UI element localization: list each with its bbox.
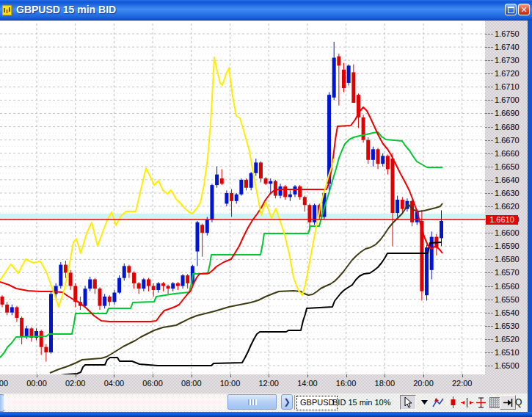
price-tick-mark — [485, 60, 493, 61]
price-tick-mark — [485, 127, 493, 128]
price-tick-label: 1.6660 — [495, 149, 520, 158]
price-tick-mark — [485, 313, 493, 313]
candlestick-chart — [0, 21, 485, 374]
price-tick-mark — [485, 300, 493, 300]
price-tick-mark — [485, 272, 493, 273]
pointer-tool-button[interactable] — [400, 395, 416, 410]
scrollbar-thumb[interactable] — [227, 394, 277, 410]
window-title: GBPUSD 15 min BID — [16, 4, 116, 15]
price-tick-mark — [485, 180, 493, 181]
time-tick-mark — [230, 374, 231, 377]
time-tick-label: 14:00 — [297, 379, 318, 388]
time-tick-mark — [385, 374, 385, 377]
time-tick-label: 18:00 — [375, 379, 396, 388]
price-tick-label: 1.6560 — [495, 282, 520, 291]
symbol-box[interactable]: GBPUSD — [296, 396, 338, 410]
time-tick-label: 00:00 — [26, 379, 47, 388]
time-tick-mark — [462, 374, 463, 377]
price-tick-mark — [485, 100, 493, 101]
price-tick-label: 1.6690 — [495, 109, 520, 117]
chart-plot-area[interactable] — [0, 21, 485, 374]
time-tick-mark — [37, 374, 37, 377]
price-tick-mark — [485, 140, 493, 141]
price-tick-label: 1.6700 — [495, 95, 520, 104]
price-tick-mark — [485, 206, 493, 207]
price-tick-label: 1.6500 — [495, 361, 520, 370]
goto-end-button[interactable] — [500, 395, 516, 410]
trendline-tool-button[interactable] — [430, 395, 446, 410]
cross-cursor-tool-icon — [475, 397, 487, 408]
restore-button[interactable] — [505, 4, 517, 15]
time-tick-label: 16:00 — [336, 379, 357, 388]
time-tick-mark — [192, 374, 192, 377]
time-tick-label: 20:00 — [413, 379, 434, 388]
price-tick-mark — [485, 73, 493, 74]
price-tick-mark — [485, 366, 493, 366]
price-tick-label: 1.6530 — [495, 322, 520, 330]
price-tick-label: 1.6730 — [495, 56, 520, 65]
price-tick-mark — [485, 193, 493, 194]
price-axis[interactable]: 1.67501.67401.67301.67201.67101.67001.66… — [485, 21, 528, 374]
pointer-tool-icon — [404, 397, 413, 408]
dropdown-arrow-icon — [421, 400, 428, 405]
price-tick-mark — [485, 286, 493, 287]
price-tick-label: 1.6680 — [495, 123, 520, 131]
price-tick-mark — [485, 113, 493, 114]
price-tick-mark — [485, 167, 493, 167]
time-tick-mark — [269, 374, 269, 377]
time-tick-mark — [346, 374, 347, 377]
price-tick-label: 1.6740 — [495, 43, 520, 51]
price-tick-label: 1.6710 — [495, 82, 520, 91]
price-tick-label: 1.6750 — [495, 29, 520, 38]
price-tick-label: 1.6630 — [495, 189, 520, 197]
time-tick-mark — [114, 374, 114, 377]
window-border-bottom — [0, 412, 532, 417]
time-tick-mark — [423, 374, 424, 377]
close-button[interactable]: ✕ — [518, 4, 530, 15]
time-tick-label: 06:00 — [142, 379, 163, 388]
time-tick-mark — [153, 374, 153, 377]
time-tick-label: 12:00 — [258, 379, 279, 388]
price-tick-label: 1.6570 — [495, 268, 520, 277]
price-tick-mark — [485, 34, 493, 35]
scrollbar-right-arrow[interactable]: ❯ — [281, 394, 293, 410]
time-tick-label: 22:00 — [452, 379, 473, 388]
current-price-label: 1.6610 — [486, 215, 518, 225]
price-tick-mark — [485, 246, 493, 247]
price-tick-mark — [485, 352, 493, 353]
price-tick-label: 1.6620 — [495, 202, 520, 211]
price-tick-label: 1.6640 — [495, 175, 520, 184]
price-tick-mark — [485, 259, 493, 260]
price-tick-mark — [485, 153, 493, 154]
price-tick-mark — [485, 87, 493, 87]
candlestick-tool-icon — [450, 396, 456, 408]
price-tick-label: 1.6550 — [495, 295, 520, 304]
window-border-right — [528, 21, 532, 412]
close-icon: ✕ — [520, 6, 527, 14]
time-tick-label: 10:00 — [220, 379, 241, 388]
time-tick-label: 08:00 — [181, 379, 202, 388]
status-info-text: BID 15 min 10% — [332, 398, 390, 407]
price-tick-label: 1.6520 — [495, 335, 520, 344]
time-tick-label: 04:00 — [104, 379, 125, 388]
price-tick-label: 1.6650 — [495, 162, 520, 171]
scrollbar-track[interactable] — [4, 395, 227, 410]
time-tick-label: 02:00 — [65, 379, 86, 388]
price-tick-label: 1.6540 — [495, 308, 520, 317]
price-tick-label: 1.6670 — [495, 136, 520, 145]
price-tick-mark — [485, 233, 493, 233]
time-tick-label: 22:00 — [0, 379, 8, 388]
price-tick-mark — [485, 326, 493, 327]
price-tick-label: 1.6600 — [495, 228, 520, 237]
time-axis[interactable]: 22:0000:0002:0004:0006:0008:0010:0012:00… — [0, 374, 528, 394]
scrollbar-grip — [248, 399, 257, 405]
price-tick-label: 1.6590 — [495, 242, 520, 250]
price-tick-label: 1.6720 — [495, 69, 520, 78]
tool-dropdown-button[interactable] — [418, 395, 430, 410]
price-tick-label: 1.6580 — [495, 255, 520, 264]
time-tick-mark — [76, 374, 76, 377]
title-bar[interactable]: GBPUSD 15 min BID ✕ — [0, 0, 532, 21]
quote-mode-label[interactable]: Q — [515, 397, 522, 407]
time-tick-mark — [307, 374, 308, 377]
price-tick-label: 1.6510 — [495, 348, 520, 357]
